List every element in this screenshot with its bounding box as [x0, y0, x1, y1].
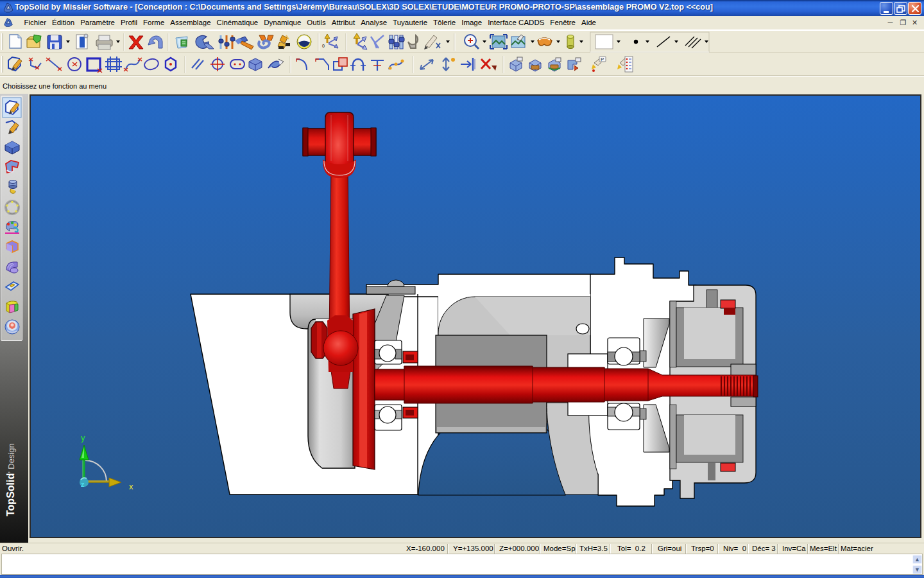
- svg-text:x: x: [129, 482, 133, 491]
- svg-text:P: P: [601, 57, 604, 62]
- svg-text:y: y: [81, 433, 85, 442]
- svg-text:0: 0: [322, 44, 325, 48]
- svg-text:z: z: [81, 480, 85, 488]
